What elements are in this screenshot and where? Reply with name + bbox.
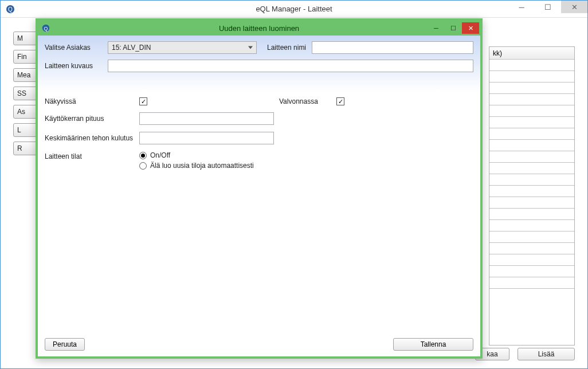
radio-onoff-label: On/Off (150, 151, 170, 159)
dialog-header-strip: Valitse Asiakas 15: ALV_DIN Laitteen nim… (38, 36, 480, 92)
table-body (489, 60, 574, 289)
table-row[interactable] (489, 174, 574, 186)
dialog-close-button[interactable]: ✕ (462, 22, 479, 34)
label-nakyvissa: Näkyvissä (45, 97, 139, 105)
visible-checkbox[interactable] (139, 97, 147, 105)
table-row[interactable] (489, 128, 574, 140)
dialog-form: Näkyvissä Valvonnassa Käyttökerran pituu… (38, 92, 480, 182)
table-row[interactable] (489, 266, 574, 277)
minimize-button[interactable]: ─ (508, 1, 535, 13)
dialog-footer: Peruuta Tallenna (45, 338, 473, 351)
add-button[interactable]: Lisää (518, 348, 575, 360)
radio-onoff[interactable] (139, 152, 147, 159)
table-row[interactable] (489, 83, 574, 94)
label-valitse-asiakas: Valitse Asiakas (45, 44, 102, 52)
cancel-button[interactable]: Peruuta (45, 338, 85, 351)
svg-text:Q: Q (44, 26, 48, 32)
table-row[interactable] (489, 117, 574, 128)
parent-window-title: eQL Manager - Laitteet (1, 5, 587, 13)
dialog-maximize-button[interactable]: ☐ (445, 22, 462, 34)
label-kayttokerran-pituus: Käyttökerran pituus (45, 115, 139, 123)
table-row[interactable] (489, 220, 574, 231)
table-row[interactable] (489, 231, 574, 243)
monitored-checkbox[interactable] (336, 97, 344, 105)
dialog-app-icon: Q (41, 23, 50, 33)
save-button[interactable]: Tallenna (393, 338, 473, 351)
table-row[interactable] (489, 243, 574, 254)
dialog-title: Uuden laitteen luominen (38, 24, 480, 33)
customer-combo-value: 15: ALV_DIN (112, 44, 151, 52)
label-laitteen-tilat: Laitteen tilat (45, 151, 139, 160)
dialog-minimize-button[interactable]: ─ (428, 22, 445, 34)
device-name-input[interactable] (312, 41, 473, 54)
dialog-body: Valitse Asiakas 15: ALV_DIN Laitteen nim… (38, 36, 480, 356)
parent-titlebar: Q eQL Manager - Laitteet ─ ☐ ✕ (1, 1, 587, 18)
device-description-input[interactable] (108, 60, 473, 72)
label-laitteen-kuvaus: Laitteen kuvaus (45, 62, 102, 70)
label-keskimaarainen-tehon-kulutus: Keskimäärinen tehon kulutus (45, 134, 139, 142)
radio-no-auto-label: Älä luo uusia tiloja automaattisesti (150, 162, 254, 170)
table-row[interactable] (489, 163, 574, 174)
table-row[interactable] (489, 197, 574, 209)
state-radio-group: On/Off Älä luo uusia tiloja automaattise… (139, 151, 254, 170)
close-button[interactable]: ✕ (561, 1, 587, 13)
usage-duration-input[interactable] (139, 112, 274, 125)
maximize-button[interactable]: ☐ (535, 1, 561, 13)
table-row[interactable] (489, 71, 574, 83)
app-icon: Q (5, 4, 15, 14)
label-valvonnassa: Valvonnassa (279, 97, 336, 105)
table-row[interactable] (489, 105, 574, 117)
new-device-dialog: Q Uuden laitteen luominen ─ ☐ ✕ Valitse … (36, 18, 483, 359)
parent-footer-buttons: kaa Lisää (475, 348, 575, 360)
table-header-fragment: kk) (489, 47, 574, 60)
table-row[interactable] (489, 151, 574, 163)
table-row[interactable] (489, 186, 574, 197)
dialog-titlebar: Q Uuden laitteen luominen ─ ☐ ✕ (38, 21, 480, 36)
customer-combo[interactable]: 15: ALV_DIN (108, 41, 257, 54)
table-row[interactable] (489, 254, 574, 266)
label-laitteen-nimi: Laitteen nimi (267, 44, 306, 52)
radio-no-auto[interactable] (139, 162, 147, 170)
svg-text:Q: Q (8, 6, 13, 13)
table-row[interactable] (489, 140, 574, 151)
table-row[interactable] (489, 60, 574, 71)
table-row[interactable] (489, 209, 574, 220)
dialog-window-controls: ─ ☐ ✕ (428, 22, 479, 34)
avg-power-input[interactable] (139, 132, 274, 144)
parent-window-controls: ─ ☐ ✕ (508, 1, 587, 17)
table-row[interactable] (489, 277, 574, 289)
devices-table: kk) (489, 46, 575, 346)
table-row[interactable] (489, 94, 574, 105)
